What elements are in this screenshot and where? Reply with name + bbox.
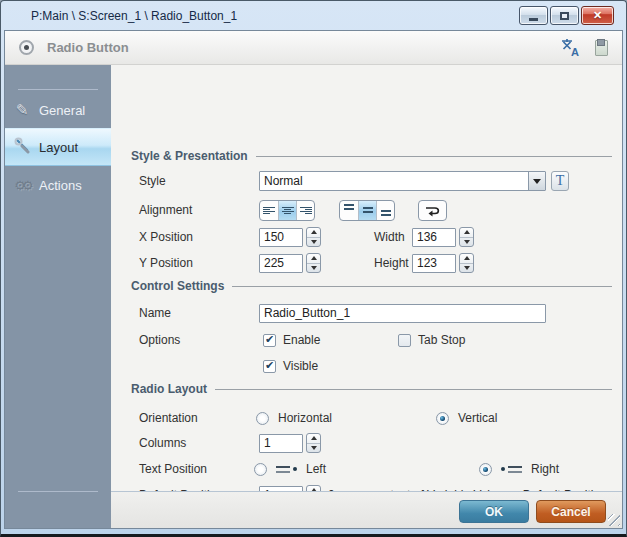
section-radio-layout: Radio Layout [131, 382, 612, 396]
spinner-down-button[interactable] [460, 264, 473, 273]
text-left-radio[interactable] [254, 463, 267, 476]
visible-row: ✔ Visible [111, 354, 622, 378]
spacer-row [111, 238, 622, 262]
text-right-icon [501, 466, 522, 473]
align-bottom-icon [381, 204, 391, 216]
section-title: Control Settings [131, 279, 224, 293]
resize-grip[interactable] [608, 514, 620, 526]
orientation-label: Orientation [139, 411, 259, 425]
cancel-button[interactable]: Cancel [536, 500, 606, 523]
align-center-button[interactable] [278, 201, 296, 220]
tab-stop-checkbox[interactable]: ✔ [398, 334, 411, 347]
sidebar-divider-top [18, 89, 98, 90]
section-control-settings: Control Settings [131, 279, 612, 293]
close-button[interactable]: ✕ [581, 6, 614, 25]
minimize-button[interactable] [519, 6, 548, 25]
sidebar-divider-bottom [18, 491, 98, 492]
section-rule [215, 389, 612, 390]
minimize-icon [529, 18, 538, 21]
maximize-icon [560, 12, 569, 20]
spinner-up-button[interactable] [460, 228, 473, 238]
sidebar: ✎ General Layout ⚙⚙ Actions [5, 65, 111, 528]
arrow-up-icon [311, 230, 317, 234]
columns-row: Columns [111, 431, 622, 455]
align-left-button[interactable] [260, 201, 278, 220]
align-left-icon [263, 207, 275, 214]
gears-icon: ⚙⚙ [5, 178, 39, 193]
dialog-header: Radio Button A [5, 31, 622, 65]
x-position-row [111, 161, 622, 185]
section-rule [256, 156, 612, 157]
translate-icon[interactable]: A [560, 37, 581, 58]
horizontal-alignment-group [259, 200, 315, 221]
enable-checkbox[interactable]: ✔ [263, 334, 276, 347]
text-position-label: Text Position [139, 462, 259, 476]
align-right-icon [300, 207, 312, 214]
vertical-radio[interactable] [436, 412, 449, 425]
horizontal-radio[interactable] [256, 412, 269, 425]
pencil-icon: ✎ [5, 101, 39, 119]
enable-label: Enable [283, 333, 320, 347]
word-wrap-toggle[interactable] [419, 201, 446, 220]
alignment-row: Alignment [111, 197, 622, 223]
arrow-up-icon [311, 436, 317, 440]
align-top-icon [344, 204, 354, 216]
name-label: Name [139, 306, 259, 320]
sidebar-item-label: General [39, 103, 85, 118]
word-wrap-icon [424, 204, 442, 217]
columns-spinner [306, 433, 321, 453]
text-left-label: Left [306, 462, 326, 476]
name-row: Name [111, 301, 622, 325]
columns-label: Columns [139, 436, 259, 450]
sidebar-item-label: Actions [39, 178, 82, 193]
section-rule [232, 286, 612, 287]
text-right-radio[interactable] [479, 463, 492, 476]
horizontal-label: Horizontal [278, 411, 332, 425]
section-title: Radio Layout [131, 382, 207, 396]
svg-text:A: A [571, 46, 579, 58]
dialog-footer: OK Cancel [111, 491, 622, 528]
arrow-down-icon [311, 266, 317, 270]
settings-content: Style & Presentation Style Normal T Alig… [111, 65, 622, 491]
sidebar-item-actions[interactable]: ⚙⚙ Actions [5, 166, 111, 204]
dialog-title: Radio Button [47, 40, 129, 55]
window-controls: ✕ [517, 6, 614, 25]
arrow-down-icon [311, 446, 317, 450]
align-right-button[interactable] [296, 201, 314, 220]
text-position-row: Text Position Left Right [111, 457, 622, 481]
align-middle-icon [363, 204, 373, 216]
columns-input[interactable] [259, 434, 303, 453]
visible-checkbox[interactable]: ✔ [263, 360, 276, 373]
maximize-button[interactable] [550, 6, 579, 25]
dialog-panel: Radio Button A ✎ General [4, 30, 623, 529]
align-middle-button[interactable] [358, 201, 376, 220]
orientation-row: Orientation Horizontal Vertical [111, 406, 622, 430]
options-label: Options [139, 333, 259, 347]
dialog-window: P:Main \ S:Screen_1 \ Radio_Button_1 ✕ R… [0, 0, 627, 537]
ok-button[interactable]: OK [459, 500, 529, 523]
arrow-up-icon [464, 230, 470, 234]
title-bar[interactable]: P:Main \ S:Screen_1 \ Radio_Button_1 ✕ [1, 1, 626, 30]
align-center-icon [282, 207, 294, 214]
window-title: P:Main \ S:Screen_1 \ Radio_Button_1 [31, 9, 237, 23]
spinner-up-button[interactable] [307, 228, 320, 238]
spinner-down-button[interactable] [307, 264, 320, 273]
sidebar-item-general[interactable]: ✎ General [5, 91, 111, 129]
spinner-up-button[interactable] [307, 434, 320, 444]
align-bottom-button[interactable] [376, 201, 394, 220]
text-left-icon [276, 466, 297, 473]
visible-label: Visible [283, 359, 318, 373]
check-icon: ✔ [265, 360, 274, 371]
wrench-icon [5, 137, 39, 158]
name-input[interactable] [259, 304, 546, 323]
sidebar-item-label: Layout [39, 140, 78, 155]
vertical-label: Vertical [458, 411, 497, 425]
note-icon[interactable] [595, 40, 608, 56]
spinner-down-button[interactable] [307, 444, 320, 453]
sidebar-item-layout[interactable]: Layout [5, 128, 111, 166]
radio-button-icon [19, 40, 34, 55]
word-wrap-button[interactable] [418, 200, 447, 221]
text-right-label: Right [531, 462, 559, 476]
align-top-button[interactable] [340, 201, 358, 220]
arrow-down-icon [464, 266, 470, 270]
